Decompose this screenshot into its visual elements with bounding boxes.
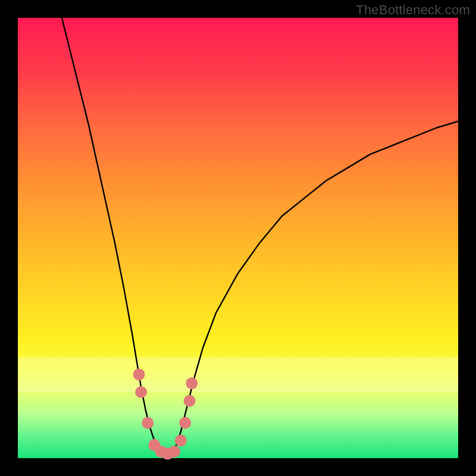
curve-left-branch — [62, 18, 168, 458]
marker-dot — [175, 434, 187, 446]
bottleneck-curve — [62, 18, 458, 458]
chart-frame: TheBottleneck.com — [0, 0, 476, 476]
marker-dot — [135, 386, 147, 398]
curve-right-branch — [168, 121, 458, 458]
curve-layer — [18, 18, 458, 458]
marker-dot — [168, 446, 180, 458]
marker-dot — [184, 395, 196, 407]
marker-dots — [133, 368, 198, 459]
marker-dot — [133, 368, 145, 380]
marker-dot — [142, 417, 154, 429]
watermark-text: TheBottleneck.com — [356, 2, 470, 18]
marker-dot — [179, 417, 191, 429]
marker-dot — [186, 377, 198, 389]
